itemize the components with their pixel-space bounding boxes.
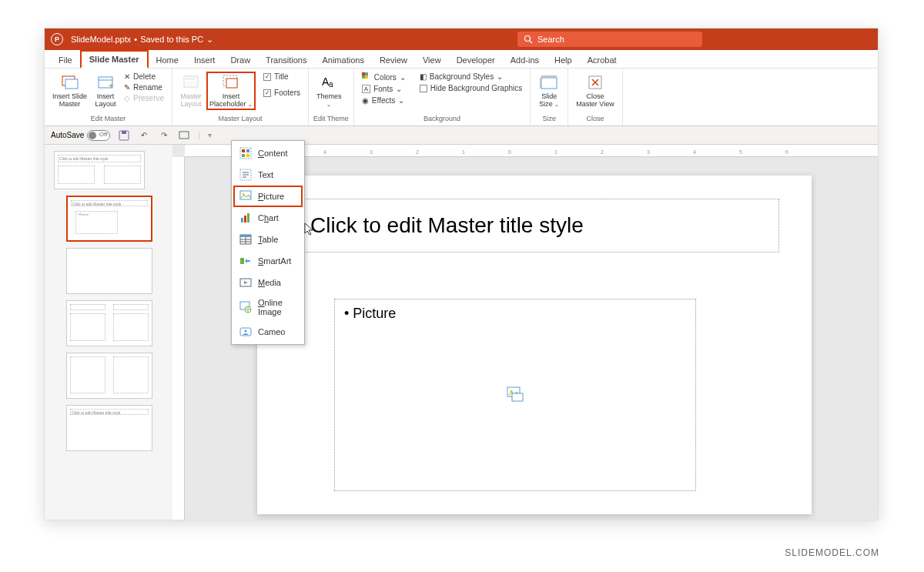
tab-developer[interactable]: Developer xyxy=(449,52,503,68)
svg-rect-43 xyxy=(247,213,249,222)
tab-draw[interactable]: Draw xyxy=(223,52,258,68)
dropdown-content[interactable]: Content xyxy=(232,142,304,164)
cameo-icon xyxy=(239,326,252,338)
search-icon xyxy=(524,35,533,44)
thumbnail-panel[interactable]: Click to edit Master title style Click t… xyxy=(45,145,172,520)
svg-rect-26 xyxy=(179,132,189,139)
rename-button[interactable]: ✎Rename xyxy=(121,82,167,92)
dropdown-text[interactable]: Text xyxy=(232,164,304,186)
insert-layout-icon: + xyxy=(96,73,115,92)
redo-icon[interactable]: ↷ xyxy=(158,129,170,142)
rename-icon: ✎ xyxy=(124,83,130,92)
tab-file[interactable]: File xyxy=(51,52,80,68)
insert-slide-master-button[interactable]: Insert Slide Master xyxy=(49,72,90,110)
insert-placeholder-button[interactable]: Insert Placeholder ⌄ xyxy=(206,72,256,110)
table-icon xyxy=(239,233,252,246)
insert-placeholder-dropdown: Content Text Picture Chart Table SmartAr… xyxy=(231,140,305,345)
tab-transitions[interactable]: Transitions xyxy=(258,52,314,68)
filename: SlideModel.pptx xyxy=(71,35,131,44)
themes-icon: Aa xyxy=(320,73,338,92)
slide-size-button[interactable]: Slide Size ⌄ xyxy=(535,72,563,110)
layout-thumbnail-5[interactable]: Click to edit Master title style xyxy=(66,405,152,451)
save-icon[interactable] xyxy=(118,129,130,142)
group-edit-theme: Aa Themes⌄ Edit Theme xyxy=(309,69,354,125)
layout-thumbnail-4[interactable] xyxy=(66,353,152,399)
svg-rect-9 xyxy=(186,82,196,85)
svg-rect-3 xyxy=(65,79,78,89)
from-beginning-icon[interactable] xyxy=(178,129,190,142)
quick-access-toolbar: AutoSave ↶ ↷ | ▾ xyxy=(45,126,878,145)
slide[interactable]: Click to edit Master title style • Pictu… xyxy=(257,176,812,514)
tab-review[interactable]: Review xyxy=(372,52,415,68)
dropdown-online-image[interactable]: Online Image xyxy=(232,293,304,321)
preserve-button[interactable]: ◇Preserve xyxy=(121,93,167,103)
chart-icon xyxy=(239,212,252,224)
picture-icon xyxy=(239,190,252,202)
effects-button[interactable]: ◉Effects ⌄ xyxy=(359,95,409,105)
ribbon: Insert Slide Master + Insert Layout ✕Del… xyxy=(45,69,878,126)
svg-rect-8 xyxy=(186,78,196,80)
svg-text:+: + xyxy=(109,81,113,90)
svg-point-0 xyxy=(525,36,531,42)
svg-rect-31 xyxy=(242,149,245,152)
group-size: Slide Size ⌄ Size xyxy=(531,69,568,125)
titlebar: P SlideModel.pptx • Saved to this PC ⌄ S… xyxy=(45,28,878,50)
dropdown-table[interactable]: Table xyxy=(232,229,304,250)
colors-button[interactable]: Colors ⌄ xyxy=(359,72,409,82)
svg-rect-16 xyxy=(362,75,365,79)
dropdown-cameo[interactable]: Cameo xyxy=(232,321,304,343)
workspace: Click to edit Master title style Click t… xyxy=(45,145,878,520)
tab-acrobat[interactable]: Acrobat xyxy=(580,52,624,68)
tab-help[interactable]: Help xyxy=(547,52,580,68)
dropdown-smartart[interactable]: SmartArt xyxy=(232,250,304,272)
footers-checkbox[interactable]: ✓Footers xyxy=(260,88,303,98)
svg-rect-42 xyxy=(244,216,246,222)
dropdown-picture[interactable]: Picture xyxy=(233,186,303,207)
svg-rect-18 xyxy=(541,78,557,89)
undo-icon[interactable]: ↶ xyxy=(138,129,150,142)
master-layout-button: Master Layout xyxy=(177,72,205,110)
tab-animations[interactable]: Animations xyxy=(314,52,371,68)
dropdown-chart[interactable]: Chart xyxy=(232,207,304,229)
tab-view[interactable]: View xyxy=(415,52,449,68)
tab-home[interactable]: Home xyxy=(149,52,186,68)
delete-button[interactable]: ✕Delete xyxy=(121,72,167,82)
hide-bg-checkbox[interactable]: Hide Background Graphics xyxy=(417,83,526,93)
svg-rect-29 xyxy=(512,393,523,401)
svg-rect-41 xyxy=(241,218,243,222)
bg-styles-button[interactable]: ◧Background Styles ⌄ xyxy=(417,72,526,82)
save-status: Saved to this PC xyxy=(140,35,203,44)
content-icon xyxy=(239,147,252,159)
dropdown-media[interactable]: Media xyxy=(232,272,304,293)
close-master-button[interactable]: Close Master View xyxy=(573,72,617,110)
cursor-icon xyxy=(304,222,315,236)
svg-rect-39 xyxy=(240,191,251,199)
picture-placeholder[interactable]: • Picture xyxy=(334,299,696,491)
placeholder-icon xyxy=(222,73,240,92)
title-placeholder[interactable]: Click to edit Master title style xyxy=(302,199,779,253)
fonts-button[interactable]: AFonts ⌄ xyxy=(359,84,409,94)
layout-thumbnail-2[interactable] xyxy=(66,248,152,294)
tab-slide-master[interactable]: Slide Master xyxy=(80,50,149,69)
svg-line-1 xyxy=(530,41,532,43)
group-close: Close Master View Close xyxy=(568,69,622,125)
layout-thumbnail-1[interactable]: Click to edit Master title style • Pictu… xyxy=(66,196,152,242)
group-master-layout: Master Layout Insert Placeholder ⌄ ✓Titl… xyxy=(172,69,309,125)
svg-rect-34 xyxy=(246,154,249,157)
watermark: SLIDEMODEL.COM xyxy=(785,547,879,558)
master-thumbnail[interactable]: Click to edit Master title style xyxy=(54,151,145,189)
title-checkbox[interactable]: ✓Title xyxy=(260,72,303,82)
delete-icon: ✕ xyxy=(124,72,130,81)
themes-button[interactable]: Aa Themes⌄ xyxy=(313,72,345,110)
close-icon xyxy=(586,73,604,92)
search-input[interactable]: Search xyxy=(517,32,702,47)
tab-insert[interactable]: Insert xyxy=(186,52,223,68)
svg-point-54 xyxy=(245,330,247,333)
app-window: P SlideModel.pptx • Saved to this PC ⌄ S… xyxy=(44,28,879,520)
tab-addins[interactable]: Add-ins xyxy=(503,52,547,68)
insert-layout-button[interactable]: + Insert Layout xyxy=(92,72,119,110)
autosave-toggle[interactable]: AutoSave xyxy=(51,130,110,141)
layout-thumbnail-3[interactable] xyxy=(66,300,152,346)
svg-rect-17 xyxy=(365,75,368,79)
ribbon-tabs: File Slide Master Home Insert Draw Trans… xyxy=(45,50,878,69)
